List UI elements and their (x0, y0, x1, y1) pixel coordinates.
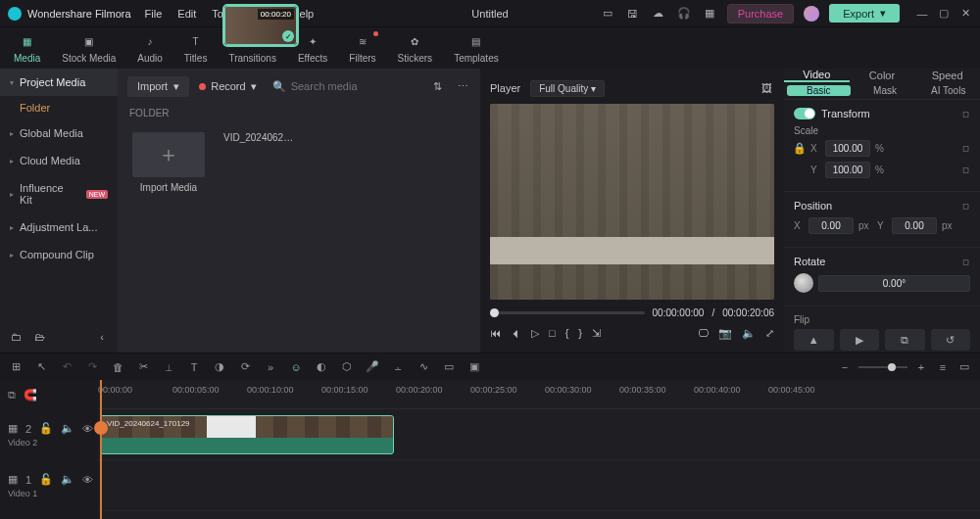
lock-track-icon[interactable]: 🔓 (39, 422, 53, 435)
qr-icon[interactable]: ▦ (702, 6, 717, 22)
import-button[interactable]: Import▾ (127, 76, 189, 97)
track-lane-2[interactable]: VID_20240624_170129 (98, 409, 980, 460)
mask-icon[interactable]: ◐ (314, 360, 329, 373)
record-button[interactable]: Record▾ (199, 80, 256, 93)
nav-adjustment-layer[interactable]: ▸Adjustment La... (0, 213, 118, 241)
search-box[interactable]: 🔍 (267, 77, 419, 96)
scale-x-input[interactable] (825, 140, 870, 157)
tab-templates[interactable]: ▤Templates (450, 31, 503, 66)
mute-track-icon[interactable]: 🔈 (61, 422, 74, 435)
prop-tab-video[interactable]: Video (784, 69, 850, 82)
sort-icon[interactable]: ⇅ (429, 78, 445, 94)
camera-icon[interactable]: 📷 (718, 327, 732, 340)
more-icon[interactable]: ⋯ (455, 78, 470, 94)
keyframe-diamond-icon[interactable]: ◇ (959, 199, 972, 212)
new-folder-icon[interactable]: 🗀 (8, 329, 24, 345)
volume-icon[interactable]: 🔈 (742, 327, 756, 340)
flip-h-button[interactable]: ▲ (794, 329, 834, 351)
tab-stickers[interactable]: ✿Stickers (394, 31, 437, 66)
crop-icon[interactable]: ⟂ (161, 361, 176, 373)
fullscreen-icon[interactable]: ⤢ (765, 327, 774, 340)
tab-stock-media[interactable]: ▣Stock Media (58, 31, 120, 66)
magnet-icon[interactable]: 🧲 (24, 389, 37, 401)
prop-tab-color[interactable]: Color (850, 69, 915, 82)
subtab-basic[interactable]: Basic (787, 85, 851, 96)
zoom-slider[interactable] (858, 366, 907, 368)
nav-project-media[interactable]: ▾Project Media (0, 69, 118, 96)
tab-audio[interactable]: ♪Audio (133, 31, 167, 66)
user-avatar[interactable] (804, 6, 819, 22)
track-height-icon[interactable]: ≡ (935, 361, 951, 373)
tab-media[interactable]: ▦Media (10, 31, 44, 66)
fit-icon[interactable]: ▭ (956, 360, 972, 373)
snapshot-icon[interactable]: 🖼 (759, 80, 774, 96)
keyframe-diamond-icon[interactable]: ◇ (959, 107, 972, 119)
magnetic-icon[interactable]: ∿ (416, 360, 431, 373)
delete-icon[interactable]: 🗑 (110, 361, 125, 373)
window-close[interactable]: ✕ (958, 7, 972, 21)
cloud-icon[interactable]: ☁ (651, 6, 666, 22)
rotate-input[interactable] (818, 275, 970, 292)
prev-frame-icon[interactable]: ⏮ (490, 327, 501, 339)
color-icon[interactable]: ◑ (212, 360, 227, 373)
timeline-clip[interactable]: VID_20240624_170129 (100, 415, 394, 454)
new-bin-icon[interactable]: 🗁 (31, 329, 47, 345)
mark-out-icon[interactable]: } (578, 327, 582, 339)
track-header-1[interactable]: ▦1🔓🔈👁 Video 1 (0, 460, 98, 511)
nav-global-media[interactable]: ▸Global Media (0, 119, 118, 147)
eye-icon[interactable]: 👁 (82, 423, 93, 435)
track-header-2[interactable]: ▦2🔓🔈👁 Video 2 (0, 409, 98, 460)
tab-filters[interactable]: ≋Filters (345, 31, 379, 66)
collapse-nav-icon[interactable]: ‹ (94, 329, 110, 345)
lock-track-icon[interactable]: 🔓 (39, 473, 53, 486)
pos-x-input[interactable] (808, 217, 854, 234)
media-clip-tile[interactable]: 00:00:20 ✓ VID_20240624_1... (221, 132, 300, 143)
subtab-mask[interactable]: Mask (854, 82, 917, 99)
playhead[interactable] (100, 380, 102, 519)
step-back-icon[interactable]: ⏴ (511, 327, 521, 339)
save-icon[interactable]: 🖫 (625, 6, 641, 22)
pos-y-input[interactable] (892, 217, 937, 234)
flip-v-button[interactable]: ▶ (840, 329, 880, 351)
device-icon[interactable]: ▭ (600, 6, 615, 22)
menu-file[interactable]: File (145, 8, 163, 20)
window-minimize[interactable]: — (915, 7, 929, 21)
video-preview[interactable] (490, 104, 774, 300)
media-import-tile[interactable]: ＋ Import Media (129, 132, 208, 193)
tab-effects[interactable]: ✦Effects (294, 31, 331, 66)
ai-icon[interactable]: ☺ (288, 361, 304, 373)
transform-toggle[interactable] (794, 108, 815, 119)
grid-icon[interactable]: ⊞ (8, 360, 24, 373)
speed-icon[interactable]: ⟳ (237, 360, 253, 373)
flip-copy-button[interactable]: ⧉ (885, 329, 925, 351)
menu-edit[interactable]: Edit (177, 8, 196, 20)
group-icon[interactable]: ▭ (441, 360, 457, 373)
display-icon[interactable]: 🖵 (698, 327, 709, 339)
prop-tab-speed[interactable]: Speed (914, 69, 980, 82)
text-icon[interactable]: T (186, 361, 202, 373)
track-lane-1[interactable] (98, 460, 980, 511)
export-button[interactable]: Export▾ (829, 4, 900, 23)
zoom-out-icon[interactable]: − (837, 361, 853, 373)
mark-in-icon[interactable]: { (565, 327, 569, 339)
keyframe-diamond-icon[interactable]: ◇ (959, 142, 972, 155)
nav-compound-clip[interactable]: ▸Compound Clip (0, 241, 118, 268)
time-ruler[interactable]: 00:00:00 00:00:05:00 00:00:10:00 00:00:1… (98, 380, 980, 409)
link-track-icon[interactable]: ⧉ (8, 389, 16, 401)
purchase-button[interactable]: Purchase (727, 4, 794, 24)
nav-cloud-media[interactable]: ▸Cloud Media (0, 147, 118, 174)
zoom-in-icon[interactable]: + (913, 361, 929, 373)
marker-icon[interactable]: ⬡ (339, 360, 355, 373)
scrub-bar[interactable] (490, 311, 645, 314)
window-maximize[interactable]: ▢ (937, 7, 951, 21)
scale-y-input[interactable] (825, 162, 870, 178)
nav-influence-kit[interactable]: ▸Influence KitNEW (0, 174, 118, 213)
headphones-icon[interactable]: 🎧 (676, 6, 692, 22)
keyframe-diamond-icon[interactable]: ◇ (959, 255, 972, 267)
switch-icon[interactable]: ⇲ (592, 327, 601, 340)
keyframe-diamond-icon[interactable]: ◇ (959, 164, 972, 176)
redo-icon[interactable]: ↷ (84, 360, 100, 373)
mute-track-icon[interactable]: 🔈 (61, 473, 74, 486)
voice-icon[interactable]: 🎤 (365, 360, 380, 373)
more-tools-icon[interactable]: » (263, 361, 278, 373)
